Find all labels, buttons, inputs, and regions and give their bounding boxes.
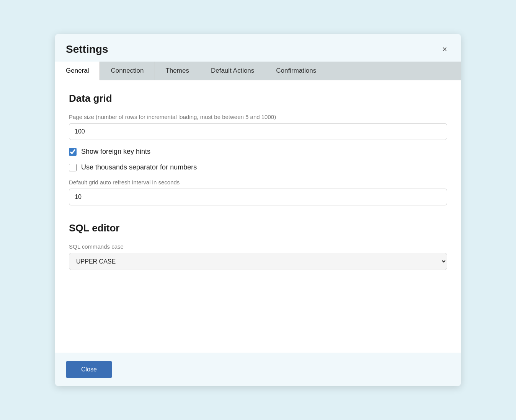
close-button[interactable]: Close	[66, 361, 112, 378]
dialog-title: Settings	[66, 43, 108, 55]
content-area: Data grid Page size (number of rows for …	[55, 80, 461, 353]
thousands-separator-label[interactable]: Use thousands separator for numbers	[81, 163, 197, 171]
tab-general[interactable]: General	[55, 62, 100, 80]
tab-themes[interactable]: Themes	[155, 62, 200, 80]
tab-default-actions[interactable]: Default Actions	[200, 62, 265, 80]
sql-editor-title: SQL editor	[69, 222, 447, 234]
sql-commands-case-label: SQL commands case	[69, 243, 447, 250]
show-foreign-key-row: Show foreign key hints	[69, 148, 447, 156]
show-foreign-key-checkbox[interactable]	[69, 148, 77, 156]
show-foreign-key-label[interactable]: Show foreign key hints	[81, 148, 150, 156]
tabs-bar: General Connection Themes Default Action…	[55, 62, 461, 80]
page-size-label: Page size (number of rows for incrementa…	[69, 114, 447, 120]
page-size-input[interactable]	[69, 123, 447, 140]
tab-confirmations[interactable]: Confirmations	[265, 62, 327, 80]
tab-connection[interactable]: Connection	[100, 62, 155, 80]
data-grid-title: Data grid	[69, 93, 447, 104]
sql-commands-case-select[interactable]: UPPER CASE lower case As typed	[69, 253, 447, 270]
sql-editor-section: SQL editor SQL commands case UPPER CASE …	[69, 222, 447, 270]
thousands-separator-row: Use thousands separator for numbers	[69, 163, 447, 171]
settings-dialog: Settings × General Connection Themes Def…	[55, 34, 461, 386]
refresh-interval-label: Default grid auto refresh interval in se…	[69, 179, 447, 186]
close-icon-button[interactable]: ×	[439, 44, 450, 55]
thousands-separator-checkbox[interactable]	[69, 164, 77, 171]
data-grid-section: Data grid Page size (number of rows for …	[69, 93, 447, 213]
sql-case-select-wrapper: UPPER CASE lower case As typed	[69, 253, 447, 270]
dialog-header: Settings ×	[55, 34, 461, 62]
dialog-footer: Close	[55, 353, 461, 386]
refresh-interval-input[interactable]	[69, 189, 447, 205]
